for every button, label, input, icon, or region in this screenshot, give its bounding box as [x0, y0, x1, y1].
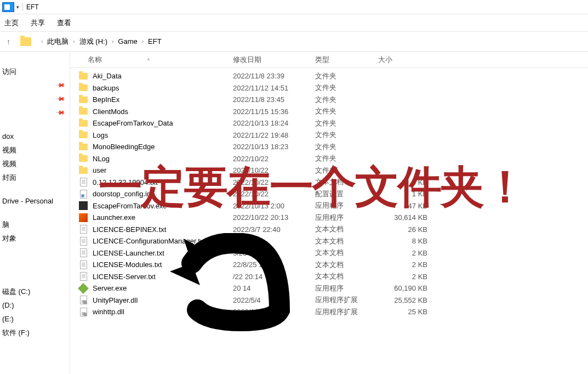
ini-icon	[78, 190, 88, 199]
sidebar-item[interactable]: 磁盘 (C:)	[0, 285, 70, 298]
file-row[interactable]: LICENCE-BEPINEX.txt 2022/3/7 22:40 文本文档 …	[70, 224, 588, 236]
sidebar-item[interactable]: 软件 (F:)	[0, 326, 70, 339]
file-row[interactable]: BepInEx 2022/11/8 23:45 文件夹	[70, 94, 588, 106]
file-row[interactable]: MonoBleedingEdge 2022/10/13 18:23 文件夹	[70, 141, 588, 153]
file-row[interactable]: EscapeFromTarkov_Data 2022/10/13 18:24 文…	[70, 117, 588, 129]
file-type: 应用程序	[315, 201, 378, 211]
sidebar-item[interactable]: 📌	[0, 92, 70, 106]
file-row[interactable]: UnityPlayer.dll 2022/5/4 应用程序扩展 25,552 K…	[70, 294, 588, 307]
file-name: doorstop_config.ini	[93, 190, 233, 198]
window-icon	[2, 2, 14, 12]
file-name: BepInEx	[93, 95, 233, 104]
folder-icon	[78, 143, 88, 151]
file-name: Logs	[93, 131, 233, 139]
file-row[interactable]: Logs 2022/11/22 19:48 文件夹	[70, 129, 588, 141]
tab-share[interactable]: 共享	[31, 18, 45, 28]
file-row[interactable]: winhttp.dll 2022/10/22 20:13 应用程序扩展 25 K…	[70, 306, 588, 318]
folder-icon	[78, 154, 88, 163]
file-type: 文件夹	[315, 142, 378, 152]
file-row[interactable]: 0.12.12.32.19904.txt 2022/10/22 文本文档 0 K…	[70, 177, 588, 189]
tab-home[interactable]: 主页	[4, 18, 19, 28]
file-row[interactable]: ClientMods 2022/11/15 15:36 文件夹	[70, 106, 588, 118]
file-row[interactable]: LICENSE-Launcher.txt 3/25 19:20 文本文档 2 K…	[70, 247, 588, 259]
folder-icon	[78, 131, 88, 139]
file-row[interactable]: NLog 2022/10/22 文件夹	[70, 153, 588, 165]
chevron-right-icon[interactable]: ›	[112, 38, 113, 44]
file-type: 文件夹	[315, 95, 378, 105]
breadcrumb-item[interactable]: 游戏 (H:)	[79, 37, 107, 47]
column-header-size[interactable]: 大小	[378, 55, 433, 65]
chevron-right-icon[interactable]: ›	[41, 38, 43, 44]
chevron-down-icon[interactable]: ▾	[16, 4, 19, 10]
column-header-type[interactable]: 类型	[315, 55, 378, 65]
sidebar-item[interactable]: 视频	[0, 143, 70, 157]
file-row[interactable]: backups 2022/11/12 14:51 文件夹	[70, 82, 588, 94]
file-row[interactable]: LICENSE-Modules.txt 22/8/25 19:19 文本文档 2…	[70, 259, 588, 271]
sidebar-item[interactable]: 对象	[0, 231, 70, 245]
sidebar-item[interactable]: 📌	[0, 106, 70, 120]
file-size: 1 KB	[378, 190, 427, 198]
dll-icon	[78, 296, 88, 304]
file-row[interactable]: Launcher.exe 2022/10/22 20:13 应用程序 30,61…	[70, 212, 588, 224]
file-date: /22 20:14	[233, 273, 315, 281]
file-name: LICENSE-Modules.txt	[93, 260, 233, 269]
column-header-date[interactable]: 修改日期	[233, 55, 315, 65]
up-button[interactable]: ↑	[7, 37, 10, 46]
file-list: Aki_Data 2022/11/8 23:39 文件夹 backups 202…	[70, 68, 588, 318]
file-row[interactable]: user 2022/10/22 文件夹	[70, 165, 588, 177]
file-name: EscapeFromTarkov.exe	[93, 202, 233, 210]
file-name: ClientMods	[93, 107, 233, 116]
sidebar-item[interactable]: dox	[0, 129, 70, 143]
chevron-right-icon[interactable]: ›	[73, 38, 75, 44]
sidebar-item[interactable]: 视频	[0, 157, 70, 171]
column-headers: 名称＾ 修改日期 类型 大小	[70, 52, 588, 68]
file-date: /15 16:36	[233, 237, 315, 245]
file-name: 0.12.12.32.19904.txt	[93, 178, 233, 186]
file-date: 2022/10/22 20:13	[233, 213, 315, 222]
file-date: 2022/5/4	[233, 296, 315, 304]
pin-icon: 📌	[55, 80, 65, 90]
folder-icon	[78, 107, 88, 116]
file-row[interactable]: doorstop_config.ini 2022/10/22 配置设置 1 KB	[70, 188, 588, 200]
file-date: 2022/11/15 15:36	[233, 107, 315, 116]
file-date: 2022/10/22	[233, 190, 315, 198]
txt-icon	[78, 248, 88, 257]
breadcrumb-item[interactable]: Game	[118, 37, 137, 46]
column-header-name[interactable]: 名称＾	[88, 55, 233, 65]
file-date: 2022/10/22	[233, 166, 315, 174]
file-row[interactable]: LICENSE-Server.txt /22 20:14 文本文档 2 KB	[70, 271, 588, 283]
file-size: 0 KB	[378, 178, 427, 186]
tab-view[interactable]: 查看	[57, 18, 71, 28]
file-row[interactable]: Server.exe 20 14 应用程序 60,190 KB	[70, 282, 588, 294]
file-name: winhttp.dll	[93, 308, 233, 316]
file-row[interactable]: EscapeFromTarkov.exe 2022/10/13 2:00 应用程…	[70, 200, 588, 212]
file-row[interactable]: Aki_Data 2022/11/8 23:39 文件夹	[70, 70, 588, 82]
sidebar-item[interactable]: 脑	[0, 218, 70, 231]
exe1-icon	[78, 201, 88, 210]
file-name: Server.exe	[93, 284, 233, 292]
file-type: 应用程序	[315, 213, 378, 223]
sidebar-item[interactable]: Drive - Personal	[0, 194, 70, 208]
folder-icon	[78, 72, 88, 81]
file-type: 文本文档	[315, 248, 378, 258]
sidebar-item[interactable]: 访问	[0, 65, 70, 78]
sidebar-item[interactable]: 封面	[0, 171, 70, 184]
sidebar-item[interactable]: (E:)	[0, 312, 70, 326]
file-row[interactable]: LICENCE-ConfigurationManager.txt /15 16:…	[70, 235, 588, 247]
file-name: MonoBleedingEdge	[93, 143, 233, 151]
file-size: 8 KB	[378, 237, 427, 245]
file-type: 应用程序	[315, 284, 378, 293]
file-type: 文件夹	[315, 166, 378, 175]
sidebar-item[interactable]: (D:)	[0, 298, 70, 312]
file-type: 文件夹	[315, 83, 378, 93]
file-size: 26 KB	[378, 225, 427, 234]
file-size: 60,190 KB	[378, 284, 427, 292]
breadcrumb-item[interactable]: 此电脑	[47, 37, 68, 47]
breadcrumb-item[interactable]: EFT	[148, 37, 162, 46]
chevron-right-icon[interactable]: ›	[142, 38, 144, 44]
pin-icon: 📌	[55, 107, 65, 118]
file-type: 文件夹	[315, 71, 378, 81]
file-type: 文件夹	[315, 106, 378, 116]
folder-icon	[78, 119, 88, 128]
sidebar-item[interactable]: 📌	[0, 78, 70, 92]
